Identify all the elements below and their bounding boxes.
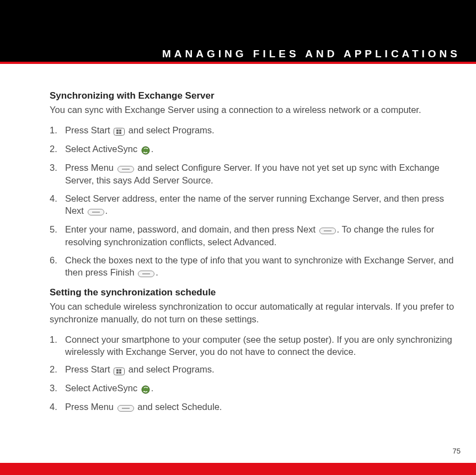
section2: Setting the synchronization schedule You…: [50, 287, 461, 414]
svg-rect-2: [119, 129, 121, 132]
section2-intro: You can schedule wireless synchronizatio…: [50, 300, 461, 326]
svg-rect-3: [116, 132, 119, 134]
button-icon: [117, 402, 134, 414]
footer: 75: [0, 447, 476, 475]
step-text: Enter your name, password, and domain, a…: [65, 224, 318, 234]
step-text: .: [151, 383, 154, 393]
step-text: .: [105, 206, 108, 215]
svg-rect-4: [119, 132, 121, 134]
footer-red-bar: [0, 463, 476, 475]
header-title: MANAGING FILES AND APPLICATIONS: [162, 48, 461, 60]
step-text: Select ActiveSync: [65, 383, 140, 393]
start-icon: [114, 364, 125, 376]
step-2: Press Start and select Programs.: [50, 363, 461, 376]
svg-rect-18: [119, 371, 121, 374]
step-5: Enter your name, password, and domain, a…: [50, 223, 461, 249]
step-text: Select ActiveSync: [65, 144, 140, 154]
step-text: Connect your smartphone to your computer…: [65, 334, 452, 357]
step-text: Press Start: [65, 364, 113, 374]
button-icon: [117, 162, 134, 174]
section2-heading: Setting the synchronization schedule: [50, 287, 461, 298]
start-icon: [114, 125, 125, 137]
section2-steps: Connect your smartphone to your computer…: [50, 333, 461, 414]
button-icon: [88, 205, 104, 217]
section1-heading: Synchronizing with Exchange Server: [50, 90, 461, 101]
step-text: and select Schedule.: [135, 402, 222, 412]
svg-rect-16: [119, 369, 121, 371]
svg-rect-15: [116, 369, 119, 371]
header-bar: MANAGING FILES AND APPLICATIONS: [0, 46, 476, 62]
step-text: Press Menu: [65, 163, 116, 172]
step-1: Connect your smartphone to your computer…: [50, 333, 461, 358]
step-text: Check the boxes next to the type of info…: [65, 255, 453, 277]
activesync-icon: [141, 143, 150, 155]
step-text: and select Programs.: [126, 364, 215, 374]
step-1: Press Start and select Programs.: [50, 124, 461, 137]
activesync-icon: [141, 383, 150, 395]
step-4: Select Server address, enter the name of…: [50, 192, 461, 218]
step-6: Check the boxes next to the type of info…: [50, 254, 461, 279]
top-black-bar: [0, 0, 476, 46]
step-4: Press Menu and select Schedule.: [50, 401, 461, 414]
button-icon: [138, 267, 154, 279]
section1-intro: You can sync with Exchange Server using …: [50, 104, 461, 116]
svg-rect-14: [114, 368, 125, 375]
button-icon: [319, 224, 336, 236]
step-text: Press Start: [65, 125, 113, 135]
page-content: Synchronizing with Exchange Server You c…: [0, 64, 476, 414]
step-2: Select ActiveSync .: [50, 143, 461, 156]
step-text: .: [151, 144, 154, 154]
step-3: Press Menu and select Configure Server. …: [50, 161, 461, 187]
step-3: Select ActiveSync .: [50, 382, 461, 395]
step-text: and select Programs.: [126, 125, 215, 135]
section1-steps: Press Start and select Programs. Select …: [50, 124, 461, 279]
step-text: Select Server address, enter the name of…: [65, 193, 444, 215]
step-text: .: [156, 267, 158, 277]
step-text: Press Menu: [65, 402, 116, 412]
svg-rect-1: [116, 129, 119, 132]
page-number: 75: [0, 447, 476, 463]
svg-rect-17: [116, 371, 119, 374]
svg-rect-0: [114, 128, 125, 136]
